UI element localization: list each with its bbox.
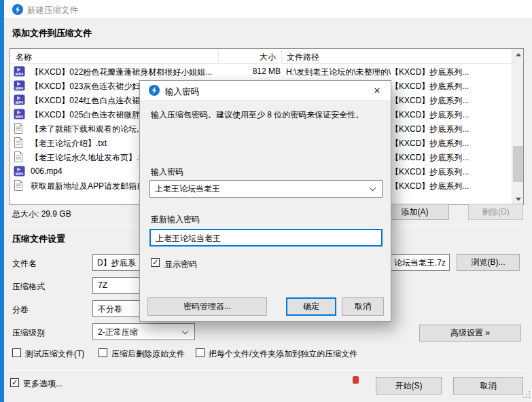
add-files-section-title: 添加文件到压缩文件 xyxy=(12,27,92,39)
delete-source-checkbox[interactable] xyxy=(99,348,107,357)
app-icon xyxy=(149,85,160,96)
file-name: 【KXCD】022粉色花瓣蓬蓬裙身材都很好小姐姐... xyxy=(31,67,212,78)
window-titlebar[interactable]: 新建压缩文件 xyxy=(4,0,532,19)
check-icon: ✓ xyxy=(12,378,18,386)
txt-file-icon xyxy=(14,123,26,134)
file-list-header[interactable]: 名称 大小 文件路径 xyxy=(10,49,523,64)
mp4-file-icon: MP4 xyxy=(14,66,26,77)
mp4-file-icon: MP4 xyxy=(14,80,26,91)
separate-archives-checkbox[interactable] xyxy=(196,348,205,357)
promo-icon xyxy=(353,376,359,384)
file-name: 【老王论坛介绍】.txt xyxy=(31,138,107,149)
check-icon: ✓ xyxy=(152,258,158,266)
delete-button[interactable]: 删除(D) xyxy=(468,204,523,220)
format-label: 压缩格式 xyxy=(12,281,45,293)
chevron-down-icon xyxy=(182,327,189,334)
svg-text:MP4: MP4 xyxy=(16,86,24,90)
separate-archives-label: 把每个文件/文件夹添加到独立的压缩文件 xyxy=(209,348,357,360)
file-name: 【老王论坛永久地址发布页】.t xyxy=(31,152,141,164)
app-icon xyxy=(12,4,23,15)
test-archive-label: 测试压缩文件(T) xyxy=(25,348,84,360)
file-name: 【KXCD】023灰色连衣裙少妇 xyxy=(31,81,140,92)
window-title: 新建压缩文件 xyxy=(27,5,78,16)
cancel-button[interactable]: 取消 xyxy=(453,377,523,395)
filename-text-right: 论坛当老王.7z xyxy=(394,257,446,269)
password-combobox[interactable]: 上老王论坛当老王 xyxy=(149,180,383,198)
level-label: 压缩级别 xyxy=(12,327,45,339)
svg-text:MP4: MP4 xyxy=(16,100,24,105)
more-options-label: 更多选项... xyxy=(23,378,63,390)
filename-text-left: D】抄底系 xyxy=(97,257,136,269)
column-name[interactable]: 名称 xyxy=(16,52,32,63)
chevron-down-icon xyxy=(370,185,376,191)
scrollbar-thumb[interactable] xyxy=(513,146,523,182)
file-size: 812 MB xyxy=(200,67,281,76)
txt-file-icon xyxy=(14,137,26,148)
browse-button[interactable]: 浏览(B)... xyxy=(457,254,520,271)
file-name: 获取最新地址及APP请发邮箱自 xyxy=(31,181,145,192)
scroll-up-button[interactable] xyxy=(512,49,524,60)
password-manager-button[interactable]: 密码管理器... xyxy=(147,297,267,316)
dialog-title: 输入密码 xyxy=(165,86,199,98)
dialog-cancel-button[interactable]: 取消 xyxy=(342,297,384,316)
total-size-label: 总大小: 29.9 GB xyxy=(12,208,71,220)
svg-text:MP4: MP4 xyxy=(16,72,24,76)
more-options-checkbox[interactable]: ✓ xyxy=(10,378,19,387)
file-name: 【KXCD】024红色白点连衣裙 xyxy=(31,95,140,107)
arrow-down-icon xyxy=(516,198,521,201)
mp4-file-icon: MP4 xyxy=(14,109,26,120)
resize-grip[interactable] xyxy=(523,391,531,401)
archive-settings-section-title: 压缩文件设置 xyxy=(12,233,65,245)
separator xyxy=(10,370,524,371)
txt-file-icon xyxy=(14,151,26,162)
show-password-label: 显示密码 xyxy=(164,259,197,270)
file-path: H:\发到老王论坛的\未整理的\【KXCD】抄底系列... xyxy=(286,67,509,78)
ok-button[interactable]: 确定 xyxy=(286,297,336,316)
advanced-settings-button[interactable]: 高级设置 » xyxy=(419,325,521,342)
file-name: 【来了就能下载和观看的论坛, xyxy=(31,124,139,135)
test-archive-checkbox[interactable] xyxy=(12,348,21,357)
volume-label: 分卷 xyxy=(12,304,29,316)
repeat-password-input[interactable]: 上老王论坛当老王 xyxy=(149,229,383,246)
vertical-scrollbar[interactable] xyxy=(512,49,523,204)
password-dialog: 输入密码 ✕ 输入压缩包密码。建议使用至少 8 位的密码来保证安全性。 输入密码… xyxy=(139,80,391,322)
svg-text:MP4: MP4 xyxy=(16,172,24,176)
repeat-password-label: 重新输入密码 xyxy=(151,214,200,225)
filename-label: 文件名 xyxy=(12,258,37,270)
mp4-file-icon: MP4 xyxy=(14,94,26,105)
svg-text:MP4: MP4 xyxy=(16,115,24,119)
delete-source-label: 压缩后删除原始文件 xyxy=(111,348,185,360)
column-path[interactable]: 文件路径 xyxy=(287,52,319,63)
start-button[interactable]: 开始(S) xyxy=(376,377,442,395)
table-row[interactable]: MP4【KXCD】022粉色花瓣蓬蓬裙身材都很好小姐姐...812 MBH:\发… xyxy=(10,65,512,79)
txt-file-icon xyxy=(14,180,26,191)
file-name: 006.mp4 xyxy=(31,166,63,176)
level-select[interactable]: 2-正常压缩 xyxy=(92,323,195,340)
close-icon[interactable]: ✕ xyxy=(363,81,391,100)
file-name: 【KXCD】025白色连衣裙微胖 xyxy=(31,109,140,121)
new-archive-window: 新建压缩文件 添加文件到压缩文件 名称 大小 文件路径 MP4【KXCD】022… xyxy=(0,0,532,402)
scroll-down-button[interactable] xyxy=(512,194,524,204)
password-label: 输入密码 xyxy=(151,166,183,178)
arrow-up-icon xyxy=(516,53,521,56)
mp4-file-icon: MP4 xyxy=(14,166,26,177)
window-accent-border xyxy=(0,0,4,402)
dialog-titlebar[interactable]: 输入密码 ✕ xyxy=(140,81,391,100)
password-info-text: 输入压缩包密码。建议使用至少 8 位的密码来保证安全性。 xyxy=(151,109,385,121)
show-password-checkbox[interactable]: ✓ xyxy=(151,258,160,267)
column-size[interactable]: 大小 xyxy=(218,52,276,63)
